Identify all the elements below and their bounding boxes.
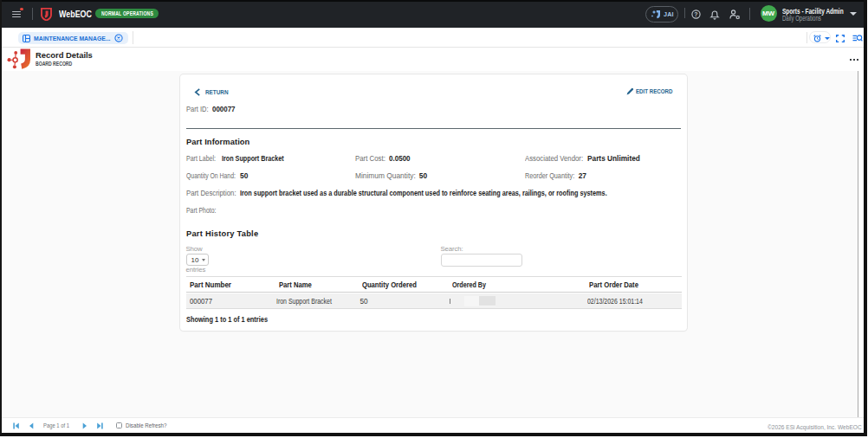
- svg-text:?: ?: [694, 11, 697, 17]
